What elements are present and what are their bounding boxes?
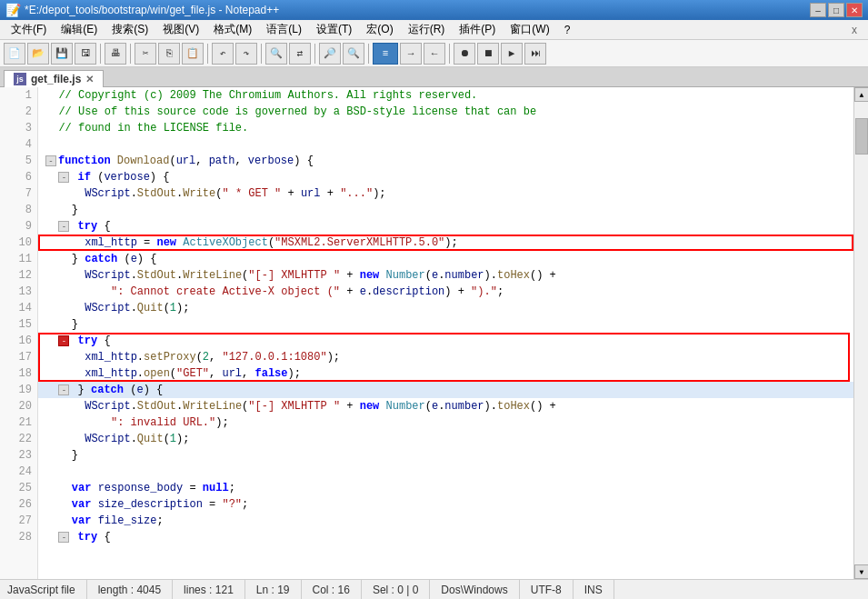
status-length: length : 4045 xyxy=(87,580,173,599)
code-line-21: ": invalid URL."); xyxy=(38,414,853,431)
line-number-5: 5 xyxy=(0,153,37,169)
line-number-27: 27 xyxy=(0,513,37,529)
scroll-track xyxy=(854,155,868,564)
line-number-19: 19 xyxy=(0,382,37,398)
tb-sep5 xyxy=(314,44,315,64)
line-number-16: 16 xyxy=(0,333,37,349)
line-number-14: 14 xyxy=(0,300,37,316)
line-number-13: 13 xyxy=(0,284,37,300)
tab-icon: js xyxy=(14,73,26,85)
code-line-6: - if (verbose) { xyxy=(38,169,853,185)
editor-container: 1234567891011121314151617181920212223242… xyxy=(0,87,868,579)
tb-macro-record[interactable]: ⏺ xyxy=(454,43,475,65)
code-line-26: var size_description = "?"; xyxy=(38,496,853,513)
line-number-6: 6 xyxy=(0,169,37,185)
vertical-scrollbar[interactable]: ▲ ▼ xyxy=(853,87,868,579)
code-line-3: // found in the LICENSE file. xyxy=(38,120,853,136)
menu-settings[interactable]: 设置(T) xyxy=(309,20,359,39)
code-line-8: } xyxy=(38,202,853,218)
line-number-20: 20 xyxy=(0,398,37,414)
tb-macro-play[interactable]: ▶ xyxy=(501,43,523,65)
code-line-15: } xyxy=(38,316,853,333)
menu-run[interactable]: 运行(R) xyxy=(401,20,453,39)
status-line-ending: Dos\Windows xyxy=(430,580,519,599)
menu-x[interactable]: x xyxy=(852,24,864,36)
tb-sep3 xyxy=(207,44,208,64)
code-line-16: - try { xyxy=(38,333,853,349)
menu-window[interactable]: 窗口(W) xyxy=(503,20,556,39)
scroll-down-arrow[interactable]: ▼ xyxy=(854,564,868,579)
scroll-up-arrow[interactable]: ▲ xyxy=(854,87,868,102)
line-number-4: 4 xyxy=(0,136,37,153)
menu-file[interactable]: 文件(F) xyxy=(4,20,54,39)
code-line-27: var file_size; xyxy=(38,513,853,529)
code-line-7: WScript.StdOut.Write(" * GET " + url + "… xyxy=(38,185,853,202)
code-area[interactable]: // Copyright (c) 2009 The Chromium Autho… xyxy=(38,87,853,579)
tb-new[interactable]: 📄 xyxy=(4,43,25,65)
code-line-23: } xyxy=(38,447,853,464)
tb-paste[interactable]: 📋 xyxy=(182,43,204,65)
code-line-28: - try { xyxy=(38,529,853,545)
status-lines: lines : 121 xyxy=(173,580,245,599)
line-number-12: 12 xyxy=(0,267,37,284)
tb-unindent[interactable]: ← xyxy=(424,43,445,65)
tb-sep1 xyxy=(100,44,101,64)
scroll-thumb[interactable] xyxy=(855,118,868,155)
tb-save[interactable]: 💾 xyxy=(51,43,73,65)
line-number-24: 24 xyxy=(0,464,37,480)
title-bar-controls: – □ ✕ xyxy=(810,3,863,17)
code-line-5: -function Download(url, path, verbose) { xyxy=(38,153,853,169)
line-number-8: 8 xyxy=(0,202,37,218)
tb-save-all[interactable]: 🖫 xyxy=(75,43,96,65)
minimize-button[interactable]: – xyxy=(810,3,826,17)
tab-bar: js get_file.js ✕ xyxy=(0,67,868,87)
close-button[interactable]: ✕ xyxy=(846,3,863,17)
code-line-11: } catch (e) { xyxy=(38,251,853,267)
status-encoding: UTF-8 xyxy=(520,580,574,599)
tb-copy[interactable]: ⎘ xyxy=(158,43,180,65)
code-line-24 xyxy=(38,464,853,480)
code-line-10: xml_http = new ActiveXObject("MSXML2.Ser… xyxy=(38,235,853,251)
tb-redo[interactable]: ↷ xyxy=(235,43,257,65)
status-bar: JavaScript file length : 4045 lines : 12… xyxy=(0,579,868,599)
toolbar: 📄 📂 💾 🖫 🖶 ✂ ⎘ 📋 ↶ ↷ 🔍 ⇄ 🔎 🔍 ≡ → ← ⏺ ⏹ ▶ … xyxy=(0,40,868,67)
tb-zoom-in[interactable]: 🔎 xyxy=(319,43,341,65)
status-sel: Sel : 0 | 0 xyxy=(362,580,430,599)
tb-open[interactable]: 📂 xyxy=(27,43,49,65)
line-number-18: 18 xyxy=(0,365,37,382)
tb-macro-stop[interactable]: ⏹ xyxy=(477,43,499,65)
tb-sep6 xyxy=(368,44,369,64)
tb-undo[interactable]: ↶ xyxy=(212,43,234,65)
tb-replace[interactable]: ⇄ xyxy=(289,43,311,65)
menu-plugins[interactable]: 插件(P) xyxy=(452,20,503,39)
menu-bar: 文件(F) 编辑(E) 搜索(S) 视图(V) 格式(M) 语言(L) 设置(T… xyxy=(0,20,868,40)
code-line-18: xml_http.open("GET", url, false); xyxy=(38,365,853,382)
menu-language[interactable]: 语言(L) xyxy=(259,20,309,39)
line-number-22: 22 xyxy=(0,431,37,447)
menu-macro[interactable]: 宏(O) xyxy=(359,20,400,39)
code-line-19: - } catch (e) { xyxy=(38,382,853,398)
tab-close-button[interactable]: ✕ xyxy=(85,74,94,85)
tb-indent[interactable]: → xyxy=(400,43,422,65)
line-number-9: 9 xyxy=(0,218,37,235)
menu-format[interactable]: 格式(M) xyxy=(206,20,259,39)
line-number-25: 25 xyxy=(0,480,37,496)
tb-macro-run[interactable]: ⏭ xyxy=(524,43,546,65)
maximize-button[interactable]: □ xyxy=(828,3,844,17)
tab-get-file-js[interactable]: js get_file.js ✕ xyxy=(4,70,104,87)
tb-zoom-out[interactable]: 🔍 xyxy=(343,43,364,65)
tb-find[interactable]: 🔍 xyxy=(265,43,287,65)
line-number-3: 3 xyxy=(0,120,37,136)
title-bar-title: *E:/depot_tools/bootstrap/win/get_file.j… xyxy=(25,4,279,16)
menu-help[interactable]: ? xyxy=(557,22,578,38)
menu-search[interactable]: 搜索(S) xyxy=(105,20,155,39)
code-line-14: WScript.Quit(1); xyxy=(38,300,853,316)
app-icon: 📝 xyxy=(5,3,21,17)
tb-cut[interactable]: ✂ xyxy=(135,43,156,65)
tb-print[interactable]: 🖶 xyxy=(105,43,126,65)
menu-view[interactable]: 视图(V) xyxy=(155,20,206,39)
tab-label: get_file.js xyxy=(31,73,81,85)
line-number-21: 21 xyxy=(0,414,37,431)
menu-edit[interactable]: 编辑(E) xyxy=(54,20,105,39)
tb-word-wrap[interactable]: ≡ xyxy=(373,43,398,65)
